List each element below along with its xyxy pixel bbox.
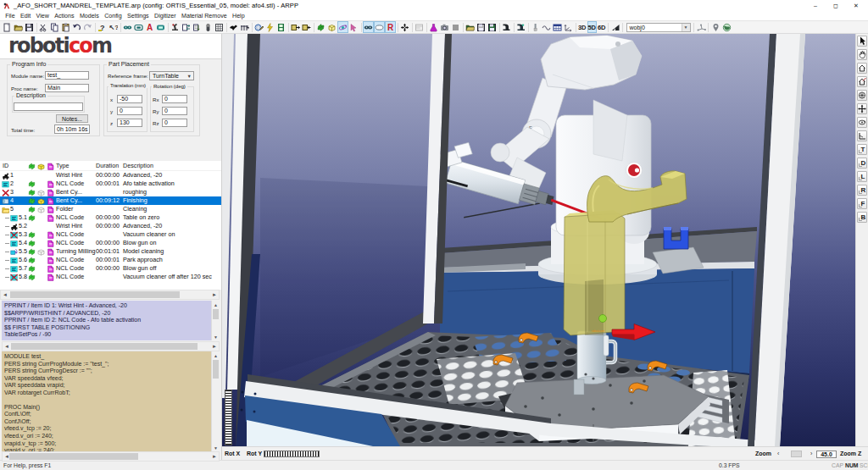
path-gate-icon[interactable]	[239, 21, 250, 33]
col-description[interactable]: Description	[123, 161, 153, 169]
close-button[interactable]: ✕	[846, 0, 866, 11]
view-button-t[interactable]: T	[857, 144, 867, 155]
axis-dim-icon[interactable]	[563, 21, 574, 33]
rotx-vertical-slider[interactable]	[225, 390, 232, 445]
menu-file[interactable]: File	[3, 13, 18, 19]
notes-button[interactable]: Notes...	[56, 114, 88, 123]
zoom-value-field[interactable]: 45.0	[816, 451, 837, 458]
task-row-5.3[interactable]: 5.3NCL CodeVacuum cleaner on	[0, 230, 221, 239]
view-button-d[interactable]: D	[857, 158, 867, 169]
task-row-4[interactable]: 4Bent Cy...00:09:12Finishing	[0, 196, 221, 205]
menu-models[interactable]: Models	[77, 13, 102, 19]
rot-Rz-field[interactable]: 0	[162, 119, 187, 127]
undo-icon[interactable]	[71, 21, 82, 33]
view-button-rotate[interactable]	[857, 117, 867, 128]
task-row-5[interactable]: 5FolderCleaning	[0, 205, 221, 213]
task-row-5.8[interactable]: 5.8NCL CodeVacuum cleaner off after 120 …	[0, 273, 221, 281]
globe-pen-icon[interactable]	[253, 21, 264, 33]
show-report-icon[interactable]: R	[385, 21, 396, 33]
tool-pill-icon[interactable]	[203, 21, 214, 33]
view-button-f[interactable]: F	[857, 198, 867, 209]
menu-help[interactable]: Help	[230, 13, 248, 19]
view-button-r[interactable]: R	[857, 185, 867, 196]
snapshot-icon[interactable]	[439, 21, 450, 33]
zoom-in-arrow[interactable]: ›	[810, 451, 812, 456]
task-row-1[interactable]: 1Wrist Hint00:00:00Advanced, -20	[0, 171, 221, 180]
robot-arm-icon[interactable]	[515, 21, 526, 33]
menu-actions[interactable]: Actions	[52, 13, 77, 19]
flask-icon[interactable]	[428, 21, 439, 33]
orbit-model-icon[interactable]	[337, 21, 348, 33]
sketch-axis-icon[interactable]	[696, 21, 707, 33]
task-row-5.2[interactable]: 5.2Wrist Hint00:00:00Advanced, -20	[0, 222, 221, 230]
copy-icon[interactable]	[49, 21, 60, 33]
menu-config[interactable]: Config	[102, 13, 125, 19]
panel-gray-icon[interactable]	[414, 21, 425, 33]
save-gray-icon[interactable]	[476, 21, 487, 33]
trans-z-field[interactable]: 130	[117, 119, 142, 127]
view-button-select[interactable]	[857, 36, 867, 47]
view-button-home-set[interactable]	[857, 76, 867, 87]
col-id[interactable]: ID	[3, 161, 8, 169]
vertical-tool-icon[interactable]	[530, 21, 541, 33]
menu-edit[interactable]: Edit	[18, 13, 34, 19]
export-left-icon[interactable]	[301, 21, 312, 33]
exec-sync-icon[interactable]	[315, 21, 326, 33]
report-icon[interactable]: A	[144, 21, 155, 33]
col-exec-icon[interactable]	[28, 163, 36, 170]
save-model-icon[interactable]	[487, 21, 498, 33]
path-swallow-icon[interactable]	[228, 21, 239, 33]
film-icon[interactable]	[275, 21, 287, 33]
location-pin-icon[interactable]	[710, 21, 721, 33]
task-row-5.5[interactable]: 5.5Turning Milling00:01:01Model cleaning	[0, 247, 221, 256]
view-button-axis[interactable]	[857, 130, 867, 141]
stock-box-icon[interactable]	[326, 21, 337, 33]
redo-icon[interactable]	[82, 21, 93, 33]
output-log-vscrollbar[interactable]: ▲▼	[211, 301, 220, 340]
open-model-icon[interactable]	[465, 21, 476, 33]
col-box-icon[interactable]	[37, 163, 45, 170]
wave-icon[interactable]	[541, 21, 552, 33]
robot-config-icon[interactable]	[170, 21, 181, 33]
trans-x-field[interactable]: -50	[117, 95, 142, 103]
menu-material-remove[interactable]: Material Remove	[179, 13, 230, 19]
view-goggles-icon[interactable]	[122, 21, 133, 33]
task-row-5.4[interactable]: 5.4NCL Code00:00:00Blow gun on	[0, 239, 221, 247]
help-icon[interactable]: ?	[97, 21, 108, 33]
move-extents-icon[interactable]	[399, 21, 410, 33]
view-screen-icon[interactable]	[133, 21, 144, 33]
task-row-5.6[interactable]: 5.6NCL Code00:00:01Park approach	[0, 256, 221, 264]
view-button-b[interactable]: B	[857, 212, 867, 223]
maximize-button[interactable]: ◻	[826, 0, 846, 11]
show-oval-icon[interactable]	[374, 21, 385, 33]
mode-6d-button[interactable]: 6D	[597, 21, 607, 33]
viewport-3d[interactable]: F	[222, 34, 855, 446]
menu-settings[interactable]: Settings	[125, 13, 152, 19]
output-log-hscrollbar[interactable]: ◄►	[2, 341, 220, 351]
context-help-icon[interactable]: ↖?	[108, 21, 119, 33]
zoom-out-arrow[interactable]: ‹	[777, 451, 779, 456]
task-row-5.1[interactable]: 5.1NCL Code00:00:00Table on zero	[0, 213, 221, 222]
export-right-icon[interactable]	[290, 21, 301, 33]
cut-icon[interactable]	[38, 21, 49, 33]
pick-path-icon[interactable]	[348, 21, 359, 33]
menu-view[interactable]: View	[33, 13, 52, 19]
task-row-3[interactable]: 3Bent Cy...roughing	[0, 188, 221, 196]
simulate-icon[interactable]	[264, 21, 275, 33]
code-panel-vscrollbar[interactable]: ▲▼	[211, 351, 220, 451]
proc-name-field[interactable]: Main	[45, 84, 89, 92]
work-object-combobox[interactable]: wobj0▼	[626, 23, 691, 32]
trans-y-field[interactable]: 0	[117, 107, 142, 115]
axes-setup-icon[interactable]	[181, 21, 192, 33]
view-button-home[interactable]	[857, 63, 867, 74]
description-field[interactable]	[14, 102, 83, 111]
reference-frame-combobox[interactable]: TurnTable▼	[149, 71, 194, 80]
zoom-slider-thumb[interactable]	[791, 451, 802, 457]
render-triangle-icon[interactable]	[610, 21, 621, 33]
rot-Rx-field[interactable]: 0	[162, 95, 187, 103]
mode-3d-button[interactable]: 3D	[577, 21, 587, 33]
view-button-zoom-extents[interactable]	[857, 90, 867, 101]
task-row-5.7[interactable]: 5.7NCL Code00:00:00Blow gun off	[0, 264, 221, 273]
col-duration[interactable]: Duration	[96, 161, 119, 169]
view-panel-icon[interactable]	[155, 21, 166, 33]
